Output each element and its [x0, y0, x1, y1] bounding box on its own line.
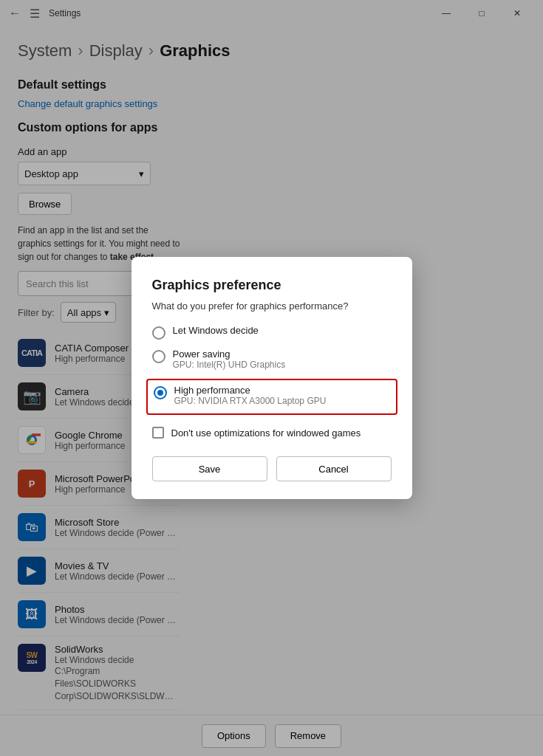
radio-label-power-saving: Power saving GPU: Intel(R) UHD Graphics: [173, 348, 286, 370]
checkbox-windowed-games[interactable]: Don't use optimizations for windowed gam…: [152, 427, 392, 439]
dialog-buttons: Save Cancel: [152, 456, 392, 481]
graphics-preference-dialog: Graphics preference What do you prefer f…: [132, 257, 412, 499]
radio-option-power-saving[interactable]: Power saving GPU: Intel(R) UHD Graphics: [152, 348, 392, 370]
radio-label-windows: Let Windows decide: [173, 325, 259, 336]
checkbox-label: Don't use optimizations for windowed gam…: [171, 427, 361, 439]
radio-label-high-perf: High performance GPU: NVIDIA RTX A3000 L…: [174, 385, 327, 406]
radio-option-high-perf-highlighted[interactable]: High performance GPU: NVIDIA RTX A3000 L…: [146, 379, 397, 415]
radio-option-windows[interactable]: Let Windows decide: [152, 325, 392, 340]
radio-power-saving[interactable]: [152, 350, 165, 363]
dialog-question: What do you prefer for graphics performa…: [152, 300, 392, 312]
checkbox-input[interactable]: [152, 427, 164, 439]
save-button[interactable]: Save: [152, 456, 267, 481]
radio-high-perf[interactable]: [154, 386, 167, 399]
radio-windows[interactable]: [152, 326, 165, 340]
dialog-title: Graphics preference: [152, 278, 392, 293]
cancel-button[interactable]: Cancel: [276, 456, 392, 481]
dialog-overlay: Graphics preference What do you prefer f…: [0, 0, 543, 756]
radio-option-high-perf[interactable]: High performance GPU: NVIDIA RTX A3000 L…: [154, 385, 390, 406]
